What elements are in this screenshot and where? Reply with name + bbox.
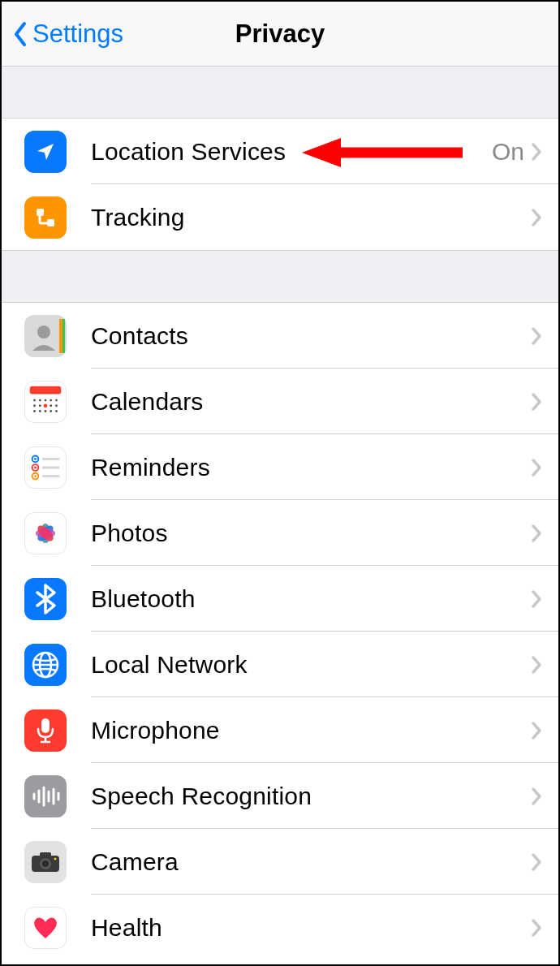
row-label: Location Services: [91, 138, 492, 166]
back-button[interactable]: Settings: [2, 19, 123, 49]
chevron-right-icon: [531, 392, 542, 412]
svg-point-8: [39, 399, 41, 401]
chevron-right-icon: [531, 918, 542, 938]
row-label: Tracking: [91, 204, 531, 231]
camera-icon: [24, 841, 67, 883]
bluetooth-icon: [24, 578, 67, 620]
chevron-right-icon: [531, 589, 542, 609]
chevron-right-icon: [531, 208, 542, 227]
row-health[interactable]: Health: [2, 895, 558, 960]
calendar-icon: [24, 381, 67, 423]
chevron-right-icon: [531, 787, 542, 806]
chevron-right-icon: [531, 142, 542, 162]
row-reminders[interactable]: Reminders: [2, 434, 558, 500]
svg-rect-52: [40, 852, 51, 857]
row-label: Photos: [91, 520, 531, 547]
svg-point-19: [50, 410, 52, 412]
svg-point-27: [34, 475, 37, 477]
row-camera[interactable]: Camera: [2, 829, 558, 895]
row-tracking[interactable]: Tracking: [2, 184, 558, 250]
chevron-right-icon: [531, 326, 542, 346]
location-icon: [24, 131, 67, 173]
contacts-icon: [24, 315, 67, 357]
svg-point-11: [55, 399, 58, 401]
speech-icon: [24, 775, 67, 817]
photos-icon: [24, 512, 67, 554]
svg-point-17: [39, 410, 41, 412]
svg-point-20: [55, 410, 58, 412]
svg-rect-5: [62, 319, 65, 353]
row-local-network[interactable]: Local Network: [2, 632, 558, 697]
row-label: Camera: [91, 848, 531, 876]
svg-point-21: [44, 403, 48, 408]
reminders-icon: [24, 446, 67, 489]
row-calendars[interactable]: Calendars: [2, 369, 558, 434]
svg-point-23: [34, 457, 37, 459]
svg-point-15: [55, 404, 58, 407]
svg-rect-6: [30, 386, 61, 394]
svg-point-13: [39, 404, 41, 407]
svg-rect-42: [41, 718, 50, 733]
navbar: Settings Privacy: [2, 2, 558, 67]
svg-point-18: [45, 410, 47, 412]
settings-group-2: Contacts Calendars: [2, 303, 558, 960]
row-photos[interactable]: Photos: [2, 500, 558, 566]
row-label: Health: [91, 914, 531, 942]
back-label: Settings: [32, 19, 123, 49]
svg-point-16: [33, 410, 36, 412]
group-spacer: [2, 251, 558, 303]
row-contacts[interactable]: Contacts: [2, 303, 558, 369]
svg-point-9: [45, 399, 47, 401]
svg-point-14: [50, 404, 52, 407]
chevron-right-icon: [531, 721, 542, 740]
row-label: Bluetooth: [91, 585, 531, 613]
row-value: On: [492, 138, 524, 166]
group-spacer: [2, 67, 558, 119]
chevron-right-icon: [531, 655, 542, 675]
svg-point-12: [33, 404, 36, 407]
chevron-right-icon: [531, 458, 542, 477]
tracking-icon: [24, 196, 67, 239]
local-network-icon: [24, 644, 67, 686]
chevron-right-icon: [531, 852, 542, 872]
row-location-services[interactable]: Location Services On: [2, 119, 558, 184]
row-label: Reminders: [91, 454, 531, 481]
svg-point-3: [37, 326, 50, 339]
health-icon: [24, 907, 67, 949]
row-speech-recognition[interactable]: Speech Recognition: [2, 763, 558, 829]
svg-rect-4: [59, 319, 62, 353]
microphone-icon: [24, 709, 67, 752]
svg-point-54: [42, 860, 49, 867]
chevron-right-icon: [531, 524, 542, 543]
svg-point-10: [50, 399, 52, 401]
row-microphone[interactable]: Microphone: [2, 697, 558, 763]
svg-rect-1: [47, 219, 54, 226]
row-label: Local Network: [91, 651, 531, 679]
chevron-left-icon: [13, 21, 28, 47]
svg-point-7: [33, 399, 36, 401]
svg-rect-0: [37, 209, 44, 216]
settings-group-1: Location Services On Tracking: [2, 119, 558, 251]
row-label: Speech Recognition: [91, 783, 531, 810]
row-label: Microphone: [91, 717, 531, 744]
svg-point-55: [54, 857, 57, 860]
row-label: Contacts: [91, 322, 531, 350]
row-bluetooth[interactable]: Bluetooth: [2, 566, 558, 632]
row-label: Calendars: [91, 388, 531, 416]
svg-point-25: [34, 466, 37, 468]
